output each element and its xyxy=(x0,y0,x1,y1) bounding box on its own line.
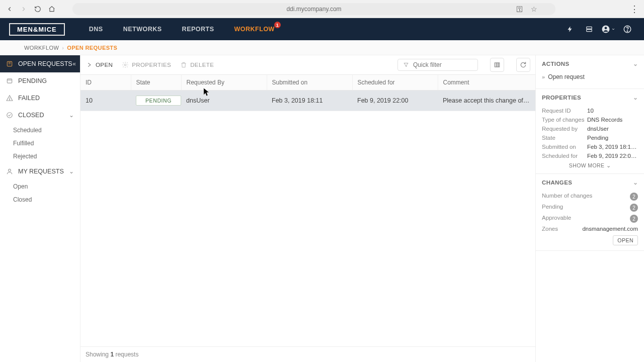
count-badge: 2 xyxy=(630,215,638,223)
sidebar-sub-rejected[interactable]: Rejected xyxy=(0,150,80,163)
sidebar-item-open-requests[interactable]: OPEN REQUESTS « xyxy=(0,55,80,72)
brand-logo[interactable]: MEN&MICE xyxy=(9,23,65,36)
chevron-down-icon: ⌄ xyxy=(69,112,74,119)
server-icon[interactable] xyxy=(582,22,597,37)
sidebar-item-label: PENDING xyxy=(18,77,47,84)
nav-tab-workflow[interactable]: WORKFLOW 1 xyxy=(234,26,275,33)
svg-rect-7 xyxy=(7,79,12,83)
browser-reload[interactable] xyxy=(32,4,43,15)
svg-point-8 xyxy=(9,100,10,100)
svg-point-5 xyxy=(627,31,628,32)
columns-button[interactable] xyxy=(490,58,504,72)
help-icon[interactable] xyxy=(620,22,635,37)
url-text: ddi.mycompany.com xyxy=(286,6,341,13)
svg-point-9 xyxy=(7,113,13,118)
details-panel: ACTIONS ⌄ » Open request PROPERTIES ⌄ Re… xyxy=(535,55,644,362)
sidebar: OPEN REQUESTS « PENDING FAILED CLOSED ⌄ … xyxy=(0,55,80,362)
quick-filter[interactable] xyxy=(397,59,478,71)
sidebar-sub-fulfilled[interactable]: Fulfilled xyxy=(0,137,80,150)
cell-submitted-on: Feb 3, 2019 18:11 xyxy=(267,90,352,111)
open-button[interactable]: OPEN xyxy=(86,61,113,68)
svg-point-3 xyxy=(605,27,607,29)
cell-requested-by: dnsUser xyxy=(181,90,267,111)
svg-rect-0 xyxy=(587,27,592,29)
chevron-right-icon: » xyxy=(542,74,545,80)
svg-rect-12 xyxy=(495,62,496,66)
toolbar: OPEN PROPERTIES DELETE xyxy=(80,55,535,74)
bolt-icon[interactable] xyxy=(562,22,578,37)
home-icon xyxy=(48,6,55,13)
svg-rect-13 xyxy=(497,62,498,66)
arrow-right-icon xyxy=(20,6,27,13)
chevron-down-icon: ⌄ xyxy=(633,94,638,101)
address-bar[interactable]: ddi.mycompany.com ⚿ ☆ xyxy=(72,3,555,15)
browser-back[interactable] xyxy=(4,4,15,15)
gear-icon xyxy=(122,61,129,68)
open-requests-icon xyxy=(6,60,13,67)
actions-header[interactable]: ACTIONS ⌄ xyxy=(536,55,644,72)
nav-tab-reports[interactable]: REPORTS xyxy=(182,26,214,33)
delete-button[interactable]: DELETE xyxy=(180,61,214,68)
sidebar-item-failed[interactable]: FAILED xyxy=(0,89,80,107)
quick-filter-input[interactable] xyxy=(413,61,472,68)
my-requests-icon xyxy=(6,168,13,175)
svg-rect-1 xyxy=(587,30,592,32)
browser-home[interactable] xyxy=(46,4,57,15)
open-changes-button[interactable]: OPEN xyxy=(613,235,638,245)
app-topnav: MEN&MICE DNS NETWORKS REPORTS WORKFLOW 1 xyxy=(0,18,644,40)
sidebar-item-pending[interactable]: PENDING xyxy=(0,72,80,89)
svg-rect-14 xyxy=(498,62,499,66)
col-state[interactable]: State xyxy=(131,75,181,90)
user-menu[interactable] xyxy=(601,22,616,37)
chevron-down-icon: ⌄ xyxy=(69,168,74,175)
trash-icon xyxy=(180,61,187,68)
sidebar-item-label: MY REQUESTS xyxy=(18,168,64,175)
cell-state: PENDING xyxy=(131,90,181,111)
crumb-sep: › xyxy=(62,45,64,51)
col-comment[interactable]: Comment xyxy=(438,75,535,90)
show-more-button[interactable]: SHOW MORE ⌄ xyxy=(542,160,638,168)
sidebar-sub-closed[interactable]: Closed xyxy=(0,193,80,206)
nav-tab-networks[interactable]: NETWORKS xyxy=(123,26,162,33)
chevron-down-icon xyxy=(611,27,615,31)
nav-tab-dns[interactable]: DNS xyxy=(89,26,103,33)
sidebar-item-label: CLOSED xyxy=(18,112,44,119)
refresh-icon xyxy=(520,61,527,68)
content-area: OPEN PROPERTIES DELETE xyxy=(80,55,535,362)
sidebar-item-label: OPEN REQUESTS xyxy=(18,60,72,67)
properties-button[interactable]: PROPERTIES xyxy=(122,61,171,68)
sidebar-item-my-requests[interactable]: MY REQUESTS ⌄ xyxy=(0,163,80,180)
chevron-down-icon: ⌄ xyxy=(633,60,638,67)
sidebar-item-label: FAILED xyxy=(18,95,40,102)
collapse-icon[interactable]: « xyxy=(72,60,76,67)
sidebar-item-closed[interactable]: CLOSED ⌄ xyxy=(0,107,80,124)
sidebar-sub-open[interactable]: Open xyxy=(0,180,80,193)
closed-icon xyxy=(6,112,13,119)
properties-header[interactable]: PROPERTIES ⌄ xyxy=(536,89,644,106)
open-action-icon xyxy=(86,61,93,68)
actions-section: ACTIONS ⌄ » Open request xyxy=(536,55,644,89)
crumb-current: OPEN REQUESTS xyxy=(67,45,117,51)
open-request-action[interactable]: » Open request xyxy=(542,72,638,83)
sidebar-sub-scheduled[interactable]: Scheduled xyxy=(0,124,80,137)
col-id[interactable]: ID xyxy=(80,75,131,90)
col-scheduled-for[interactable]: Scheduled for xyxy=(352,75,438,90)
arrow-left-icon xyxy=(6,6,13,13)
crumb-root[interactable]: WORKFLOW xyxy=(24,45,59,51)
breadcrumb: WORKFLOW › OPEN REQUESTS xyxy=(0,40,644,55)
browser-forward[interactable] xyxy=(18,4,29,15)
properties-section: PROPERTIES ⌄ Request ID10 Type of change… xyxy=(536,89,644,174)
col-requested-by[interactable]: Requested By xyxy=(181,75,267,90)
cell-comment: Please accept this change of t… xyxy=(438,90,535,111)
pending-icon xyxy=(6,77,13,84)
table-row[interactable]: 10 PENDING dnsUser Feb 3, 2019 18:11 Feb… xyxy=(80,90,535,111)
col-submitted-on[interactable]: Submitted on xyxy=(267,75,352,90)
browser-menu[interactable]: ⋮ xyxy=(629,4,640,15)
workflow-count-badge: 1 xyxy=(274,22,281,28)
count-badge: 2 xyxy=(630,193,638,201)
requests-table: ID State Requested By Submitted on Sched… xyxy=(80,74,535,111)
columns-icon xyxy=(494,61,501,68)
changes-header[interactable]: CHANGES ⌄ xyxy=(536,174,644,191)
refresh-button[interactable] xyxy=(516,58,530,72)
star-icon[interactable]: ☆ xyxy=(531,5,537,13)
